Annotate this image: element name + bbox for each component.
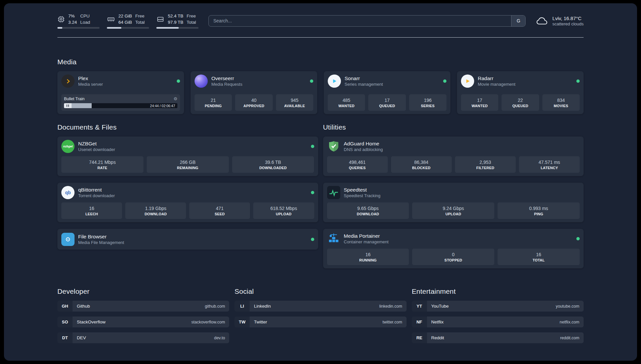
stat-tile: 0STOPPED xyxy=(412,249,494,265)
service-description: Torrent downloader xyxy=(78,193,115,198)
bookmark-abbr: DT xyxy=(57,332,73,343)
section-title-developer: Developer xyxy=(57,288,229,295)
qbittorrent-icon: qb xyxy=(61,186,75,199)
stat-tile: 945AVAILABLE xyxy=(276,94,313,111)
cpu-label: CPU xyxy=(80,13,90,19)
stat-tile: 17QUEUED xyxy=(368,94,406,111)
memory-free-label: Free xyxy=(135,13,145,19)
weather-condition: scattered clouds xyxy=(552,21,584,26)
cpu-load-value: 3.24 xyxy=(68,19,77,25)
stat-tile: 471SEED xyxy=(189,202,250,219)
service-name: Media Portainer xyxy=(344,233,389,239)
service-name: Plex xyxy=(78,76,103,81)
settings-gear-icon[interactable]: ⚙ xyxy=(173,96,177,101)
bookmark-abbr: LI xyxy=(234,301,250,312)
service-card-overseerr[interactable]: Overseerr Media Requests 21PENDING 40APP… xyxy=(191,71,317,114)
service-description: DNS and adblocking xyxy=(344,147,383,152)
service-description: Usenet downloader xyxy=(78,147,115,152)
bookmark-abbr: GH xyxy=(57,301,73,312)
bookmark-netflix[interactable]: NF Netflix netflix.com xyxy=(412,317,584,327)
bookmark-youtube[interactable]: YT YouTube youtube.com xyxy=(412,301,584,312)
service-card-adguard[interactable]: AdGuard Home DNS and adblocking 498,461Q… xyxy=(323,136,584,176)
bookmark-url: github.com xyxy=(205,304,225,309)
plex-now-playing-widget: Bullet Train ⚙ 24:44 / 02:06:47 xyxy=(61,94,180,111)
service-name: Radarr xyxy=(478,76,515,81)
search-input[interactable] xyxy=(208,15,526,27)
weather-location: Lviv, 16.87°C xyxy=(552,15,584,21)
bookmark-dev[interactable]: DT DEV dev.to xyxy=(57,332,229,343)
bookmark-stackoverflow[interactable]: SO StackOverflow stackoverflow.com xyxy=(57,317,229,327)
stat-tile: 9.24 GbpsUPLOAD xyxy=(412,202,494,219)
stat-tile: 744.21 MbpsRATE xyxy=(61,156,143,173)
service-name: File Browser xyxy=(78,234,124,240)
service-description: Media File Management xyxy=(78,240,124,245)
stat-tile: 40APPROVED xyxy=(235,94,272,111)
status-dot xyxy=(311,238,314,241)
service-description: Series management xyxy=(345,82,383,87)
bookmark-abbr: TW xyxy=(234,317,250,327)
stat-tile: 17WANTED xyxy=(461,94,498,111)
bookmark-twitter[interactable]: TW Twitter twitter.com xyxy=(234,317,406,327)
bookmark-name: Github xyxy=(77,304,90,309)
disk-progress-bar xyxy=(156,27,198,29)
service-card-filebrowser[interactable]: File Browser Media File Management xyxy=(57,229,318,250)
section-media: Media Plex Media server Bullet Train xyxy=(57,58,584,114)
nzbget-icon: nzbget xyxy=(61,140,75,153)
service-card-qbittorrent[interactable]: qb qBittorrent Torrent downloader 16LEEC… xyxy=(57,183,318,222)
stat-tile: 16LEECH xyxy=(61,202,122,219)
playback-progress-bar[interactable]: 24:44 / 02:06:47 xyxy=(72,103,177,108)
pause-button[interactable] xyxy=(64,103,72,108)
status-dot xyxy=(443,79,446,83)
service-description: Movie management xyxy=(478,82,515,87)
stat-tile: 16RUNNING xyxy=(327,249,409,265)
system-stats: 7% 3.24 CPU Load xyxy=(57,13,198,29)
search-bar: G xyxy=(208,15,526,27)
stat-tile: 21PENDING xyxy=(195,94,232,111)
service-description: Media server xyxy=(78,82,103,87)
bookmark-abbr: SO xyxy=(57,317,73,327)
bookmark-reddit[interactable]: RE Reddit reddit.com xyxy=(412,332,584,343)
now-playing-title: Bullet Train xyxy=(64,97,85,101)
stat-tile: 834MOVIES xyxy=(542,94,580,111)
topbar: 7% 3.24 CPU Load xyxy=(57,13,584,29)
status-dot xyxy=(310,79,313,83)
service-name: Sonarr xyxy=(345,76,383,81)
stat-tile: 498,461QUERIES xyxy=(327,156,388,173)
stat-tile: 47.571 msLATENCY xyxy=(519,156,580,173)
search-provider-button[interactable]: G xyxy=(511,15,525,26)
overseerr-icon xyxy=(195,75,208,88)
memory-icon xyxy=(107,15,115,23)
section-title-social: Social xyxy=(234,288,406,295)
radarr-icon xyxy=(461,75,474,88)
bookmark-url: netflix.com xyxy=(560,320,579,324)
dashboard-root: 7% 3.24 CPU Load xyxy=(4,3,637,361)
memory-total-label: Total xyxy=(135,19,145,25)
service-name: Speedtest xyxy=(344,187,381,193)
service-name: NZBGet xyxy=(78,141,115,147)
service-description: Speedtest Tracking xyxy=(344,193,381,198)
speedtest-icon xyxy=(327,186,340,199)
portainer-icon xyxy=(327,232,340,245)
service-card-radarr[interactable]: Radarr Movie management 17WANTED 22QUEUE… xyxy=(457,71,584,114)
disk-total-label: Total xyxy=(187,19,196,25)
service-description: Media Requests xyxy=(211,82,242,87)
bookmark-linkedin[interactable]: LI LinkedIn linkedin.com xyxy=(234,301,406,312)
section-documents: Documents & Files nzbget NZBGet Usenet d… xyxy=(57,123,318,268)
service-card-plex[interactable]: Plex Media server Bullet Train ⚙ 24: xyxy=(57,71,184,114)
service-card-speedtest[interactable]: Speedtest Speedtest Tracking 9.65 GbpsDO… xyxy=(323,183,584,222)
stat-tile: 2,953FILTERED xyxy=(455,156,516,173)
status-dot xyxy=(177,79,180,83)
service-card-sonarr[interactable]: Sonarr Series management 485WANTED 17QUE… xyxy=(324,71,450,114)
status-dot xyxy=(576,237,580,240)
weather-widget[interactable]: Lviv, 16.87°C scattered clouds xyxy=(535,15,584,26)
cpu-widget: 7% 3.24 CPU Load xyxy=(57,13,100,29)
bookmark-abbr: NF xyxy=(412,317,427,327)
adguard-icon xyxy=(327,140,340,153)
playback-time: 24:44 / 02:06:47 xyxy=(150,104,175,108)
stat-tile: 86,384BLOCKED xyxy=(391,156,452,173)
service-card-portainer[interactable]: Media Portainer Container management 16R… xyxy=(323,229,584,268)
service-card-nzbget[interactable]: nzbget NZBGet Usenet downloader 744.21 M… xyxy=(57,136,318,176)
section-title-media: Media xyxy=(57,58,584,66)
bookmark-github[interactable]: GH Github github.com xyxy=(57,301,229,312)
disk-free-value: 52.4 TB xyxy=(168,13,183,19)
